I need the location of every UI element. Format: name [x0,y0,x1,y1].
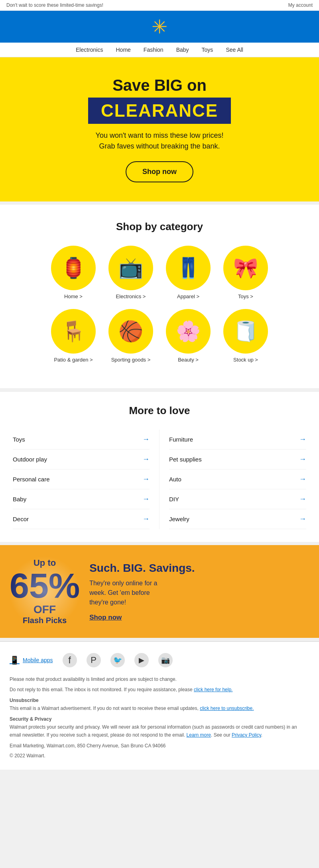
divider-3 [0,542,319,545]
walmart-star-icon: ✳ [152,16,167,38]
category-electronics-circle: 📺 [108,246,153,290]
more-item-baby[interactable]: Baby → [13,489,150,509]
divider-1 [0,201,319,205]
more-col-right: Furniture → Pet supplies → Auto → DIY → … [160,430,306,529]
footer-email-marketing: Email Marketing, Walmart.com, 850 Cherry… [10,742,309,750]
category-home[interactable]: 🏮 Home > [49,246,97,299]
main-nav: Electronics Home Fashion Baby Toys See A… [0,43,319,57]
footer-help-link[interactable]: click here for help. [194,687,232,692]
more-item-outdoor[interactable]: Outdoor play → [13,450,150,469]
more-item-furniture-label: Furniture [169,436,193,443]
hero-subtext: You won't want to miss these low prices!… [13,130,306,152]
category-home-label: Home > [64,293,83,299]
more-item-auto[interactable]: Auto → [169,469,306,489]
category-toys-circle: 🎀 [223,246,268,290]
nav-fashion[interactable]: Fashion [144,47,163,53]
clearance-text: CLEARANCE [101,101,218,120]
category-beauty[interactable]: 🌸 Beauty > [164,309,212,363]
mobile-apps-link[interactable]: 📱 Mobile apps [10,655,53,665]
hero-banner: Save BIG on CLEARANCE You won't want to … [0,57,319,201]
category-electronics[interactable]: 📺 Electronics > [107,246,155,299]
category-apparel-circle: 👖 [166,246,211,290]
hero-headline: Save BIG on [13,76,306,94]
more-col-left: Toys → Outdoor play → Personal care → Ba… [13,430,160,529]
more-item-decor-arrow: → [142,515,150,523]
category-section-title: Shop by category [10,221,309,233]
top-bar-right[interactable]: My account [288,2,313,8]
more-item-jewelry[interactable]: Jewelry → [169,509,306,529]
more-item-decor-label: Decor [13,516,29,522]
more-item-decor[interactable]: Decor → [13,509,150,529]
divider-4 [0,638,319,641]
more-item-pet[interactable]: Pet supplies → [169,450,306,469]
flash-picks-right: Such. BIG. Savings. They're only online … [89,562,309,622]
category-beauty-circle: 🌸 [166,309,211,354]
flash-headline: Such. BIG. Savings. [89,562,309,575]
category-stockup[interactable]: 🧻 Stock up > [222,309,270,363]
more-item-pet-label: Pet supplies [169,456,202,463]
twitter-icon[interactable]: 🐦 [110,653,125,667]
hero-shop-now-button[interactable]: Shop now [126,161,193,182]
more-item-baby-label: Baby [13,496,26,502]
more-item-jewelry-label: Jewelry [169,516,189,522]
nav-baby[interactable]: Baby [176,47,189,53]
category-patio-label: Patio & garden > [54,357,93,363]
learn-more-link[interactable]: Learn more [187,732,211,738]
category-sporting-circle: 🏀 [108,309,153,354]
more-item-furniture[interactable]: Furniture → [169,430,306,450]
more-grid: Toys → Outdoor play → Personal care → Ba… [13,430,306,529]
category-apparel[interactable]: 👖 Apparel > [164,246,212,299]
pinterest-icon[interactable]: P [87,653,101,667]
top-bar-left: Don't wait to score these limited-time s… [6,2,103,8]
category-stockup-label: Stock up > [233,357,258,363]
mobile-apps-label: Mobile apps [23,657,53,663]
unsubscribe-title: Unsubscribe [10,698,39,703]
category-beauty-label: Beauty > [178,357,199,363]
phone-icon: 📱 [10,655,20,665]
footer-security: Security & Privacy Walmart protects your… [10,715,309,739]
header: ✳ [0,11,319,43]
divider-2 [0,388,319,391]
privacy-policy-link[interactable]: Privacy Policy [232,732,261,738]
more-item-baby-arrow: → [142,495,150,503]
flash-picks-left: Up to 65% OFF Flash Picks [10,558,80,625]
more-item-pet-arrow: → [299,455,306,463]
category-patio[interactable]: 🪑 Patio & garden > [49,309,97,363]
nav-home[interactable]: Home [116,47,130,53]
nav-electronics[interactable]: Electronics [76,47,103,53]
more-item-diy[interactable]: DIY → [169,489,306,509]
category-toys[interactable]: 🎀 Toys > [222,246,270,299]
more-item-diy-label: DIY [169,496,179,502]
more-item-furniture-arrow: → [299,435,306,444]
category-patio-circle: 🪑 [51,309,96,354]
more-item-outdoor-arrow: → [142,455,150,463]
nav-toys[interactable]: Toys [202,47,213,53]
more-item-personal-care-label: Personal care [13,476,50,483]
flash-picks-section: Up to 65% OFF Flash Picks Such. BIG. Sav… [0,545,319,638]
footer: 📱 Mobile apps f P 🐦 ▶ 📷 Please note that… [0,641,319,770]
more-item-toys[interactable]: Toys → [13,430,150,450]
more-item-toys-label: Toys [13,436,25,443]
more-item-personal-care[interactable]: Personal care → [13,469,150,489]
walmart-logo[interactable]: ✳ [5,16,314,38]
flash-shop-now-button[interactable]: Shop now [89,614,122,621]
category-home-circle: 🏮 [51,246,96,290]
footer-note-2: Do not reply to this email. The inbox is… [10,686,309,694]
category-apparel-label: Apparel > [177,293,199,299]
instagram-icon[interactable]: 📷 [158,653,173,667]
unsubscribe-link[interactable]: click here to unsubscribe. [200,706,254,711]
categories-row-1: 🏮 Home > 📺 Electronics > 👖 Apparel > 🎀 T… [10,246,309,299]
nav-see-all[interactable]: See All [226,47,243,53]
shop-by-category-section: Shop by category 🏮 Home > 📺 Electronics … [0,205,319,388]
facebook-icon[interactable]: f [63,653,77,667]
category-stockup-circle: 🧻 [223,309,268,354]
more-item-jewelry-arrow: → [299,515,306,523]
more-to-love-title: More to love [13,405,306,417]
more-item-toys-arrow: → [142,435,150,444]
footer-copyright: © 2022 Walmart. [10,753,309,759]
categories-row-2: 🪑 Patio & garden > 🏀 Sporting goods > 🌸 … [10,309,309,363]
youtube-icon[interactable]: ▶ [134,653,149,667]
clearance-box: CLEARANCE [88,98,231,124]
category-sporting[interactable]: 🏀 Sporting goods > [107,309,155,363]
more-item-diy-arrow: → [299,495,306,503]
